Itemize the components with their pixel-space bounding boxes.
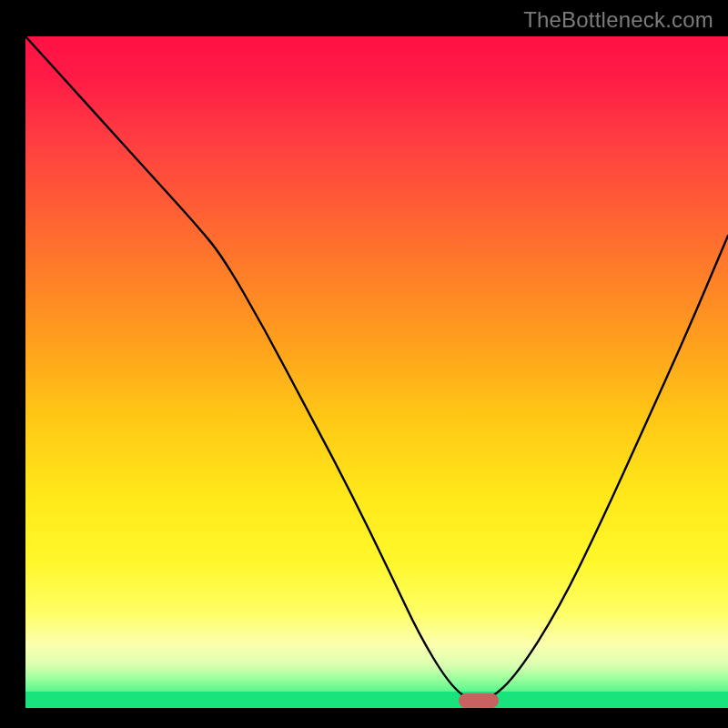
plot-area <box>25 36 728 726</box>
watermark-text: TheBottleneck.com <box>523 7 713 33</box>
optimal-marker <box>459 693 499 708</box>
baseline-strip <box>25 692 728 708</box>
background-gradient <box>25 36 728 692</box>
chart-frame <box>13 9 715 717</box>
